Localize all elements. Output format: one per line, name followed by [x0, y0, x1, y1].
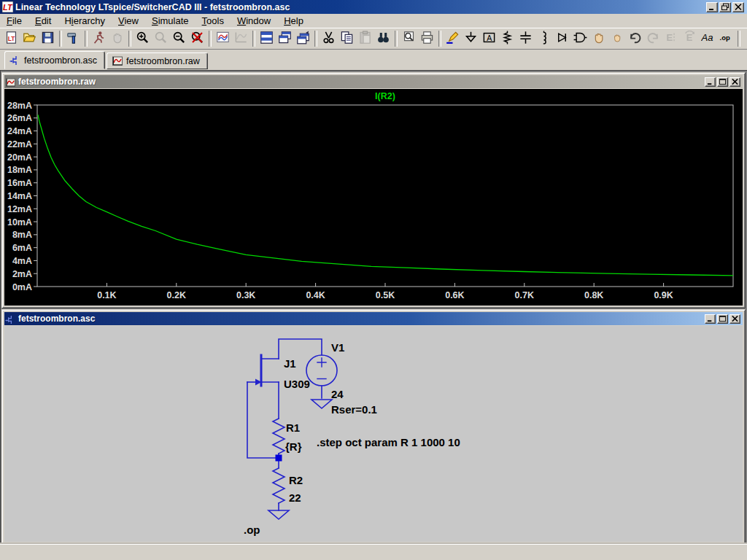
cascade-windows-icon — [278, 31, 292, 47]
place-component-icon — [573, 31, 587, 47]
place-component-button[interactable] — [571, 30, 589, 48]
menu-edit[interactable]: Edit — [28, 15, 58, 27]
print-preview-icon — [402, 31, 416, 47]
control-panel-button[interactable] — [64, 30, 82, 48]
v1-value-label[interactable]: 24 — [331, 388, 344, 400]
y-tick-label: 24mA — [7, 126, 32, 136]
step-directive[interactable]: .step oct param R 1 1000 10 — [317, 436, 460, 448]
resistor-r1[interactable] — [273, 419, 285, 454]
r2-value-label[interactable]: 22 — [289, 491, 301, 504]
tab-fetstroombron-raw[interactable]: fetstroombron.raw — [107, 52, 208, 69]
tile-windows-button[interactable] — [258, 30, 276, 48]
close-button[interactable] — [732, 2, 744, 12]
spice-directive-button[interactable]: .op — [717, 30, 735, 48]
draw-wire-button[interactable] — [444, 30, 462, 48]
schematic-canvas[interactable]: J1 U309 V1 24 Rser=0.1 R1 {R} .step oct … — [4, 326, 743, 542]
print-button[interactable] — [418, 30, 436, 48]
minimize-button[interactable] — [706, 2, 718, 12]
zoom-in-button[interactable] — [133, 30, 152, 48]
find-button[interactable] — [374, 30, 392, 48]
new-schematic-button[interactable]: LT — [2, 30, 20, 48]
waveform-icon — [112, 56, 123, 66]
move-button[interactable] — [589, 30, 608, 48]
ground-symbol-v1 — [311, 400, 332, 408]
menu-simulate[interactable]: Simulate — [145, 15, 196, 27]
menu-bar: FileEditHierarchyViewSimulateToolsWindow… — [0, 14, 747, 28]
r1-value-label[interactable]: {R} — [285, 440, 302, 453]
place-diode-button[interactable] — [553, 30, 571, 48]
cascade-windows-button[interactable] — [276, 30, 294, 48]
draw-wire-icon — [446, 31, 460, 47]
autorange-y-axis-button[interactable] — [214, 30, 232, 48]
y-tick-label: 18mA — [7, 165, 32, 175]
j1-model-label[interactable]: U309 — [284, 378, 310, 390]
r2-ref-label[interactable]: R2 — [289, 474, 303, 486]
ltspice-application: LT Linear Technology LTspice/SwitcherCAD… — [0, 0, 747, 560]
y-tick-label: 12mA — [7, 204, 32, 214]
place-text-button[interactable]: Aa — [699, 30, 717, 48]
copy-icon — [340, 31, 354, 47]
trace-label-ir2[interactable]: I(R2) — [375, 91, 395, 101]
cut-button[interactable] — [320, 30, 338, 48]
tab-fetstroombron-asc[interactable]: fetstroombron.asc — [4, 51, 105, 69]
x-tick-label: 0.8K — [584, 290, 603, 300]
open-button[interactable] — [20, 30, 39, 48]
drag-icon — [610, 31, 624, 47]
main-title-bar: LT Linear Technology LTspice/SwitcherCAD… — [0, 0, 747, 14]
undo-button[interactable] — [626, 30, 644, 48]
zoom-out-button[interactable] — [170, 30, 188, 48]
close-button[interactable] — [729, 314, 740, 324]
x-tick-label: 0.9K — [654, 290, 673, 300]
place-label-button[interactable]: A — [480, 30, 498, 48]
minimize-button[interactable] — [705, 314, 716, 324]
menu-hierarchy[interactable]: Hierarchy — [58, 15, 112, 27]
voltage-source-v1[interactable] — [306, 355, 337, 386]
toolbar-separator — [209, 31, 212, 47]
menu-window[interactable]: Window — [231, 15, 277, 27]
zoom-back-icon — [154, 31, 168, 47]
op-directive[interactable]: .op — [244, 524, 260, 536]
j1-ref-label[interactable]: J1 — [284, 357, 296, 370]
menu-view[interactable]: View — [112, 15, 145, 27]
close-button[interactable] — [729, 77, 740, 87]
mdi-workspace: fetstroombron.raw I(R2) 28mA26mA24mA22mA… — [0, 70, 747, 544]
v1-param-label[interactable]: Rser=0.1 — [331, 403, 377, 416]
place-resistor-button[interactable] — [498, 30, 516, 48]
run-button[interactable] — [90, 30, 108, 48]
zoom-full-extents-button[interactable] — [188, 30, 206, 48]
waveform-window-title-bar[interactable]: fetstroombron.raw — [4, 75, 743, 88]
restore-button[interactable] — [719, 2, 731, 12]
plot-border — [37, 105, 733, 287]
menu-help[interactable]: Help — [277, 15, 310, 27]
place-capacitor-button[interactable] — [516, 30, 535, 48]
drag-button[interactable] — [608, 30, 626, 48]
schematic-window-title: fetstroombron.asc — [18, 314, 705, 324]
minimize-button[interactable] — [705, 77, 716, 87]
x-tick-label: 0.4K — [306, 290, 325, 300]
svg-text:E: E — [666, 32, 673, 43]
v1-ref-label[interactable]: V1 — [331, 341, 344, 354]
fft-button — [232, 30, 250, 48]
jfet-j1[interactable] — [247, 355, 279, 386]
toolbar-separator — [85, 31, 88, 47]
x-tick-label: 0.1K — [97, 290, 116, 300]
print-preview-button[interactable] — [400, 30, 418, 48]
r1-ref-label[interactable]: R1 — [286, 421, 300, 434]
y-tick-label: 22mA — [7, 139, 32, 149]
maximize-button[interactable] — [717, 77, 728, 87]
save-button[interactable] — [39, 30, 57, 48]
maximize-button[interactable] — [717, 314, 728, 324]
menu-file[interactable]: File — [0, 15, 28, 27]
y-tick-label: 26mA — [7, 113, 32, 123]
place-inductor-button[interactable] — [535, 30, 553, 48]
schematic-window-title-bar[interactable]: fetstroombron.asc — [4, 312, 743, 325]
copy-button[interactable] — [338, 30, 356, 48]
waveform-plot-pane[interactable]: I(R2) 28mA26mA24mA22mA20mA18mA16mA14mA12… — [4, 89, 743, 306]
y-tick-label: 20mA — [7, 152, 32, 163]
resistor-r2[interactable] — [273, 468, 285, 503]
arrange-windows-button[interactable] — [294, 30, 312, 48]
y-tick-label: 4mA — [12, 256, 32, 266]
menu-tools[interactable]: Tools — [196, 15, 231, 27]
place-ground-button[interactable] — [462, 30, 480, 48]
print-icon — [420, 31, 434, 47]
